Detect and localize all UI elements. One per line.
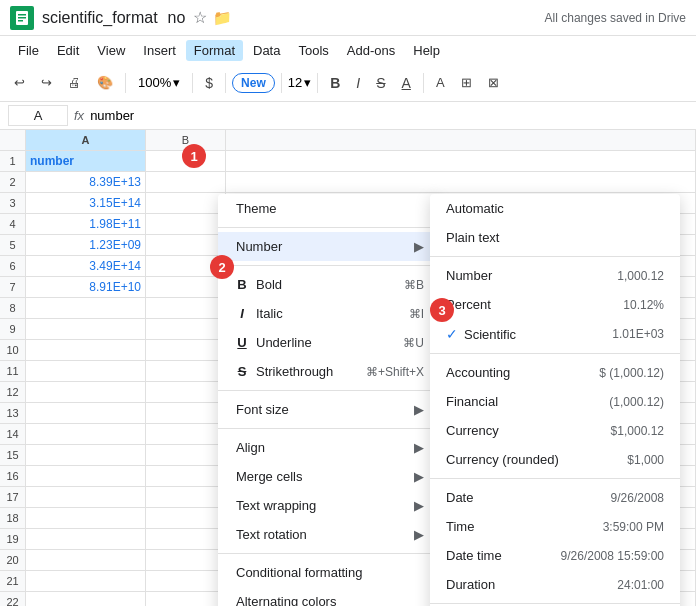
cell-a1[interactable]: number <box>26 151 146 172</box>
scientific-check-icon: ✓ <box>446 326 458 342</box>
underline-button[interactable]: A <box>396 71 417 95</box>
cell-b3[interactable] <box>146 193 226 214</box>
menu-edit[interactable]: Edit <box>49 40 87 61</box>
cell-b2[interactable] <box>146 172 226 193</box>
fill-color-button[interactable]: A <box>430 71 451 94</box>
folder-icon[interactable]: 📁 <box>213 9 232 27</box>
num-currency-item[interactable]: Currency $1,000.12 <box>430 416 680 445</box>
wrapping-arrow-icon: ▶ <box>414 498 424 513</box>
font-size-selector[interactable]: 12 ▾ <box>288 75 311 90</box>
cell-a3[interactable]: 3.15E+14 <box>26 193 146 214</box>
table-row: number <box>26 151 696 172</box>
cell-b1[interactable] <box>146 151 226 172</box>
undo-button[interactable]: ↩ <box>8 71 31 94</box>
format-theme-item[interactable]: Theme <box>218 194 438 223</box>
num-financial-item[interactable]: Financial (1,000.12) <box>430 387 680 416</box>
num-percent-val: 10.12% <box>623 298 664 312</box>
cell-b6[interactable] <box>146 256 226 277</box>
row-header-6: 6 <box>0 256 25 277</box>
redo-button[interactable]: ↪ <box>35 71 58 94</box>
cell-c2[interactable] <box>226 172 696 193</box>
cell-a4[interactable]: 1.98E+11 <box>26 214 146 235</box>
menu-file[interactable]: File <box>10 40 47 61</box>
corner-spacer <box>0 130 26 150</box>
currency-button[interactable]: $ <box>199 72 219 94</box>
menu-help[interactable]: Help <box>405 40 448 61</box>
bold-button[interactable]: B <box>324 71 346 95</box>
strikethrough-button[interactable]: S <box>370 71 391 95</box>
cell-a7[interactable]: 8.91E+10 <box>26 277 146 298</box>
svg-rect-3 <box>18 17 26 19</box>
row-header-17: 17 <box>0 487 25 508</box>
format-strikethrough-item[interactable]: S Strikethrough ⌘+Shift+X <box>218 357 438 386</box>
num-time-item[interactable]: Time 3:59:00 PM <box>430 512 680 541</box>
menu-tools[interactable]: Tools <box>290 40 336 61</box>
menu-format[interactable]: Format <box>186 40 243 61</box>
cell-reference[interactable]: A <box>8 105 68 126</box>
cell-b9[interactable] <box>146 319 226 340</box>
cell-a9[interactable] <box>26 319 146 340</box>
num-percent-item[interactable]: Percent 10.12% <box>430 290 680 319</box>
format-menu[interactable]: Theme Number ▶ B Bold ⌘B I Italic ⌘I U U… <box>218 194 438 606</box>
row-header-13: 13 <box>0 403 25 424</box>
star-icon[interactable]: ☆ <box>193 8 207 27</box>
format-font-size-item[interactable]: Font size ▶ <box>218 395 438 424</box>
format-underline-item[interactable]: U Underline ⌘U <box>218 328 438 357</box>
format-text-wrapping-item[interactable]: Text wrapping ▶ <box>218 491 438 520</box>
format-align-item[interactable]: Align ▶ <box>218 433 438 462</box>
menu-insert[interactable]: Insert <box>135 40 184 61</box>
format-number-item[interactable]: Number ▶ <box>218 232 438 261</box>
rotation-arrow-icon: ▶ <box>414 527 424 542</box>
menu-data[interactable]: Data <box>245 40 288 61</box>
italic-button[interactable]: I <box>350 71 366 95</box>
cell-b8[interactable] <box>146 298 226 319</box>
num-automatic-item[interactable]: Automatic <box>430 194 680 223</box>
num-currency-rounded-item[interactable]: Currency (rounded) $1,000 <box>430 445 680 474</box>
cell-a6[interactable]: 3.49E+14 <box>26 256 146 277</box>
col-header-a[interactable]: A <box>26 130 146 150</box>
menu-divider-4 <box>218 428 438 429</box>
number-submenu[interactable]: Automatic Plain text Number 1,000.12 Per… <box>430 194 680 606</box>
num-accounting-item[interactable]: Accounting $ (1,000.12) <box>430 358 680 387</box>
num-date-item[interactable]: Date 9/26/2008 <box>430 483 680 512</box>
num-duration-item[interactable]: Duration 24:01:00 <box>430 570 680 599</box>
format-merge-cells-item[interactable]: Merge cells ▶ <box>218 462 438 491</box>
menu-view[interactable]: View <box>89 40 133 61</box>
row-header-5: 5 <box>0 235 25 256</box>
cell-b4[interactable] <box>146 214 226 235</box>
paint-format-button[interactable]: 🎨 <box>91 71 119 94</box>
num-plain-text-item[interactable]: Plain text <box>430 223 680 252</box>
cell-a8[interactable] <box>26 298 146 319</box>
num-scientific-item[interactable]: ✓ Scientific 1.01E+03 <box>430 319 680 349</box>
format-text-rotation-item[interactable]: Text rotation ▶ <box>218 520 438 549</box>
row-headers: 1 2 3 4 5 6 7 8 9 10 11 12 13 14 15 16 1 <box>0 151 26 606</box>
num-divider-4 <box>430 603 680 604</box>
formula-input[interactable] <box>90 108 688 123</box>
num-time-val: 3:59:00 PM <box>603 520 664 534</box>
borders-button[interactable]: ⊞ <box>455 71 478 94</box>
formula-bar: A fx <box>0 102 696 130</box>
num-datetime-item[interactable]: Date time 9/26/2008 15:59:00 <box>430 541 680 570</box>
num-datetime-label: Date time <box>446 548 502 563</box>
format-bold-item[interactable]: B Bold ⌘B <box>218 270 438 299</box>
num-accounting-val: $ (1,000.12) <box>599 366 664 380</box>
num-number-item[interactable]: Number 1,000.12 <box>430 261 680 290</box>
cell-c1[interactable] <box>226 151 696 172</box>
format-conditional-item[interactable]: Conditional formatting <box>218 558 438 587</box>
zoom-selector[interactable]: 100% ▾ <box>132 72 186 93</box>
row-header-19: 19 <box>0 529 25 550</box>
cell-a5[interactable]: 1.23E+09 <box>26 235 146 256</box>
num-divider-3 <box>430 478 680 479</box>
cell-b7[interactable] <box>146 277 226 298</box>
menu-addons[interactable]: Add-ons <box>339 40 403 61</box>
merge-button[interactable]: ⊠ <box>482 71 505 94</box>
new-badge-button[interactable]: New <box>232 73 275 93</box>
print-button[interactable]: 🖨 <box>62 71 87 94</box>
format-italic-item[interactable]: I Italic ⌘I <box>218 299 438 328</box>
cell-b5[interactable] <box>146 235 226 256</box>
num-number-label: Number <box>446 268 492 283</box>
format-alternating-item[interactable]: Alternating colors <box>218 587 438 606</box>
col-header-b[interactable]: B <box>146 130 226 150</box>
cell-a2[interactable]: 8.39E+13 <box>26 172 146 193</box>
num-date-label: Date <box>446 490 473 505</box>
